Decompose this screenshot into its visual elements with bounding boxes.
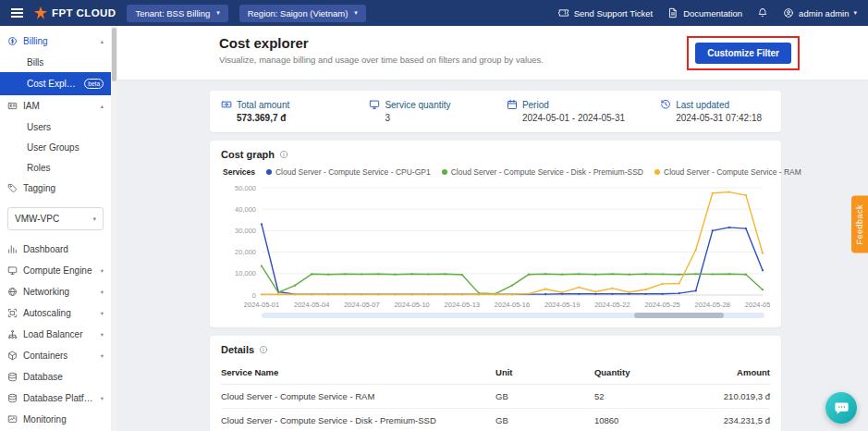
user-menu[interactable]: admin admin ▾ bbox=[783, 7, 857, 18]
sidebar-item-user-groups[interactable]: User Groups bbox=[0, 137, 111, 157]
logo-text: FPT CLOUD bbox=[52, 7, 116, 18]
sidebar-item-tagging[interactable]: Tagging bbox=[0, 178, 111, 199]
legend-item-cloud-server-compute-service-cpu-gp1[interactable]: Cloud Server - Compute Service - CPU-GP1 bbox=[266, 167, 431, 177]
sidebar-item-cost-explorer[interactable]: Cost Explorerbeta bbox=[0, 72, 111, 95]
table-row[interactable]: Cloud Server - Compute Service - RAMGB52… bbox=[221, 385, 770, 409]
customize-filter-button[interactable]: Customize Filter bbox=[695, 43, 791, 64]
svg-text:20,000: 20,000 bbox=[235, 248, 256, 256]
column-header-service-name: Service Name bbox=[221, 361, 495, 385]
table-row[interactable]: Cloud Server - Compute Service - Disk - … bbox=[221, 409, 770, 431]
database-icon bbox=[7, 372, 18, 382]
documentation-label: Documentation bbox=[683, 8, 742, 18]
sidebar-item-label: User Groups bbox=[27, 142, 79, 153]
sidebar-item-networking[interactable]: Networking▾ bbox=[0, 281, 111, 302]
sidebar-item-database-platform[interactable]: Database Platform▾ bbox=[0, 388, 111, 409]
sidebar-item-label: Networking bbox=[23, 287, 69, 297]
sidebar-item-label: IAM bbox=[23, 101, 40, 111]
chevron-down-icon: ▾ bbox=[101, 395, 104, 402]
user-name: admin admin bbox=[799, 8, 849, 18]
menu-icon[interactable] bbox=[11, 8, 23, 18]
sidebar-item-dashboard[interactable]: Dashboard bbox=[0, 239, 111, 260]
legend-item-cloud-server-compute-service-disk-premium-ssd[interactable]: Cloud Server - Compute Service - Disk - … bbox=[442, 167, 643, 177]
svg-text:2024-05-31: 2024-05-31 bbox=[745, 301, 770, 309]
metric-value: 2024-05-01 - 2024-05-31 bbox=[507, 113, 660, 123]
sidebar-item-label: Bills bbox=[27, 57, 43, 68]
beta-badge: beta bbox=[84, 79, 104, 89]
metric-value: 3 bbox=[369, 113, 507, 123]
sidebar-item-iam[interactable]: IAM▴ bbox=[0, 95, 111, 117]
dashboard-icon bbox=[7, 244, 18, 254]
chevron-down-icon: ▾ bbox=[354, 9, 358, 17]
svg-text:2024-05-16: 2024-05-16 bbox=[495, 301, 530, 309]
sidebar-item-label: Database bbox=[23, 372, 63, 382]
sidebar-item-label: Database Platform bbox=[23, 393, 95, 403]
chevron-down-icon: ▾ bbox=[216, 9, 220, 17]
sidebar-item-label: Load Balancer bbox=[23, 329, 83, 339]
money-icon bbox=[221, 99, 232, 110]
legend-title: Services bbox=[223, 167, 255, 177]
chevron-up-icon: ▴ bbox=[101, 103, 104, 110]
info-icon[interactable] bbox=[279, 150, 288, 159]
details-title: Details bbox=[221, 344, 254, 355]
annotation-highlight: Customize Filter bbox=[687, 36, 800, 70]
sidebar-item-users[interactable]: Users bbox=[0, 117, 111, 137]
chat-support-button[interactable] bbox=[825, 392, 857, 424]
svg-text:2024-05-01: 2024-05-01 bbox=[244, 301, 279, 309]
sidebar-item-label: Tagging bbox=[23, 183, 55, 193]
svg-text:40,000: 40,000 bbox=[235, 205, 256, 214]
chevron-down-icon: ▾ bbox=[853, 9, 857, 17]
metric-total-amount: Total amount573.369,7 đ bbox=[221, 99, 369, 123]
feedback-tab[interactable]: Feedback bbox=[851, 196, 868, 253]
sidebar-item-monitoring[interactable]: Monitoring bbox=[0, 409, 111, 430]
region-selector[interactable]: Region: Saigon (Vietnam) ▾ bbox=[239, 5, 366, 22]
svg-text:2024-05-22: 2024-05-22 bbox=[594, 301, 630, 309]
sidebar-item-load-balancer[interactable]: Load Balancer▾ bbox=[0, 324, 111, 345]
support-ticket-link[interactable]: Send Support Ticket bbox=[558, 7, 654, 18]
sidebar-item-billing[interactable]: Billing▴ bbox=[0, 31, 111, 52]
balance-icon bbox=[7, 329, 18, 339]
slider-thumb[interactable] bbox=[634, 313, 725, 318]
notifications-bell-icon[interactable] bbox=[757, 7, 768, 18]
scrollbar-thumb[interactable] bbox=[112, 28, 116, 81]
svg-text:2024-05-04: 2024-05-04 bbox=[294, 301, 329, 309]
sidebar-item-label: Users bbox=[27, 122, 51, 132]
monitor-icon bbox=[7, 265, 18, 276]
page-header: Cost explorer Visualize, manage billing … bbox=[117, 26, 868, 80]
info-icon[interactable] bbox=[259, 345, 268, 354]
chart-range-slider[interactable] bbox=[262, 313, 764, 318]
svg-text:50,000: 50,000 bbox=[235, 184, 256, 192]
tenant-selector[interactable]: Tenant: BSS Billing ▾ bbox=[127, 5, 227, 22]
scrollbar[interactable] bbox=[111, 26, 117, 431]
autoscale-icon bbox=[7, 308, 18, 318]
metric-period: Period2024-05-01 - 2024-05-31 bbox=[507, 99, 660, 123]
svg-text:30,000: 30,000 bbox=[235, 227, 256, 235]
chevron-up-icon: ▴ bbox=[101, 38, 104, 45]
sidebar-item-compute-engine[interactable]: Compute Engine▾ bbox=[0, 260, 111, 281]
vpc-selector[interactable]: VMW-VPC▾ bbox=[7, 207, 104, 230]
sidebar-item-database[interactable]: Database bbox=[0, 366, 111, 388]
metric-value: 2024-05-31 07:42:18 bbox=[660, 113, 770, 123]
metric-label: Period bbox=[522, 100, 549, 110]
svg-text:2024-05-07: 2024-05-07 bbox=[344, 301, 379, 309]
chevron-down-icon: ▾ bbox=[101, 267, 104, 275]
chevron-down-icon: ▾ bbox=[101, 352, 104, 360]
history-icon bbox=[660, 99, 671, 110]
metric-label: Total amount bbox=[237, 100, 289, 110]
sidebar-item-bills[interactable]: Bills bbox=[0, 52, 111, 72]
documentation-link[interactable]: Documentation bbox=[667, 7, 742, 18]
sidebar-item-containers[interactable]: Containers▾ bbox=[0, 345, 111, 366]
topbar: FPT CLOUD Tenant: BSS Billing ▾ Region: … bbox=[0, 0, 868, 26]
table-cell: 234.231,5 đ bbox=[688, 409, 770, 431]
sidebar-item-roles[interactable]: Roles bbox=[0, 157, 111, 178]
cost-graph-card: Cost graph ServicesCloud Server - Comput… bbox=[210, 141, 781, 327]
chevron-down-icon: ▾ bbox=[92, 216, 96, 223]
table-cell: 210.019,3 đ bbox=[688, 385, 770, 409]
sidebar-item-autoscaling[interactable]: Autoscaling▾ bbox=[0, 302, 111, 324]
svg-text:2024-05-28: 2024-05-28 bbox=[695, 301, 730, 309]
svg-text:2024-05-25: 2024-05-25 bbox=[644, 301, 679, 309]
legend-item-cloud-server-compute-service-ram[interactable]: Cloud Server - Compute Service - RAM bbox=[654, 167, 801, 177]
calendar-icon bbox=[507, 99, 518, 110]
column-header-amount: Amount bbox=[688, 361, 770, 385]
dbplatform-icon bbox=[7, 393, 18, 403]
iam-icon bbox=[7, 101, 18, 111]
